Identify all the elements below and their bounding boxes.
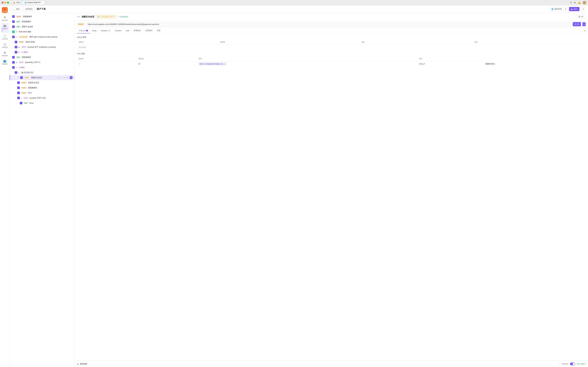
- minimize-button[interactable]: [4, 2, 6, 4]
- step-checkbox[interactable]: ✓: [17, 92, 20, 94]
- run-button[interactable]: ▶ 运行: [569, 7, 579, 11]
- step-checkbox[interactable]: ✓: [17, 81, 20, 84]
- tab-pre-action[interactable]: 前置操作: [132, 28, 143, 33]
- url-input[interactable]: [86, 22, 571, 26]
- step-item[interactable]: ✓ GET 获取产品变体: [10, 24, 75, 29]
- step-item[interactable]: ✓ POST 更新购物车: [10, 85, 75, 90]
- step-checkbox[interactable]: ✓: [15, 46, 17, 48]
- sidebar-item-project-settings[interactable]: ⚙ 项目设置: [1, 50, 9, 58]
- add-param-row[interactable]: 添加参数: [77, 45, 586, 50]
- user-avatar[interactable]: [583, 1, 586, 5]
- close-button[interactable]: [2, 2, 4, 4]
- if-badge: ⟨/⟩ If: [23, 97, 28, 99]
- save-all-button[interactable]: 全部保存: [23, 7, 35, 11]
- type-chevron-icon: ▾: [424, 63, 425, 65]
- sidebar-item-automation[interactable]: 🤖 自动化测试: [1, 23, 9, 33]
- sidebar-item-history[interactable]: 🕐 请求历史: [1, 42, 9, 50]
- expand-icon[interactable]: ▾: [21, 97, 22, 99]
- tab-body[interactable]: Body: [90, 28, 98, 33]
- expand-icon[interactable]: ▾: [18, 71, 19, 74]
- titlebar: 🏠 主窗口 🌐 Medusa 商城 API ✕ ↺ ⚙ 🔔: [0, 0, 588, 5]
- send-button[interactable]: 发 送: [573, 22, 581, 26]
- step-item[interactable]: ✓ ⏱ 等待 5000 毫秒: [10, 29, 75, 34]
- sidebar-item-docs[interactable]: 📄 分享文档: [1, 33, 9, 41]
- step-item[interactable]: ✓ ▾ ⟨/⟩ If {{code}} 不等于 200: [10, 95, 75, 100]
- step-item[interactable]: ✓ GET 获取购物车: [10, 19, 75, 24]
- ellipsis-button[interactable]: ···: [558, 363, 560, 365]
- step-item[interactable]: ✓ POST 支付: [10, 90, 75, 95]
- response-expand-icon[interactable]: ▲: [77, 363, 79, 365]
- active-step-item[interactable]: ⠿ ✓ POST 创建支付会话 #10 ⎘ ⊘ 🗑 +: [10, 75, 75, 80]
- step-checkbox[interactable]: ✓: [15, 51, 17, 53]
- tab-close-icon[interactable]: ✕: [42, 2, 43, 3]
- linked-doc-badge[interactable]: 🔗 已关联"接口文档" ▾: [96, 15, 116, 18]
- path-col-desc: 说明: [417, 56, 484, 61]
- step-checkbox[interactable]: ✓: [17, 97, 20, 99]
- copy-icon[interactable]: ⎘: [62, 76, 63, 79]
- send-dropdown-button[interactable]: ▾: [582, 22, 586, 26]
- step-checkbox[interactable]: ✓: [20, 102, 22, 104]
- step-item[interactable]: ✓ GET 获取购物车: [10, 55, 75, 60]
- tab-auth[interactable]: Auth: [124, 28, 131, 33]
- step-checkbox[interactable]: ✓: [12, 56, 15, 58]
- code-view-icon[interactable]: ⟨/⟩: [584, 30, 586, 32]
- step-checkbox[interactable]: ✓: [12, 15, 15, 18]
- path-col-name: 参数名: [77, 56, 137, 61]
- step-item[interactable]: ✓ GET Error: [10, 100, 75, 106]
- step-number: #10: [58, 77, 60, 78]
- api-tab[interactable]: 🌐 Medusa 商城 API ✕: [23, 0, 44, 5]
- step-checkbox[interactable]: ✓: [20, 76, 23, 79]
- path-param-type[interactable]: string ▾: [419, 63, 482, 65]
- add-step-button[interactable]: +: [69, 76, 73, 79]
- sidebar-item-api-management[interactable]: ⚙ 接口管理: [1, 15, 9, 23]
- query-col-value: 参数值: [218, 40, 360, 45]
- step-item[interactable]: ✓ ▾ ↩ Else: [10, 65, 75, 70]
- step-item[interactable]: ✓ ▾ ↺ ForEach 循环 {{$.5.response.body.var…: [10, 34, 75, 39]
- expand-icon[interactable]: ▶: [18, 51, 20, 53]
- cancel-icon[interactable]: ⊘: [64, 76, 66, 79]
- back-button[interactable]: ← 退出: [12, 7, 22, 11]
- save-all-label: 全部保存: [25, 8, 33, 10]
- home-tab[interactable]: 🏠 主窗口: [12, 0, 22, 5]
- drag-handle[interactable]: ⠿: [18, 77, 19, 79]
- step-item[interactable]: ✓ POST 创建购物车: [10, 14, 75, 19]
- step-item[interactable]: ✓ POST 选择支付会话: [10, 80, 75, 85]
- tab-settings[interactable]: 设置: [155, 28, 163, 33]
- step-checkbox[interactable]: ✓: [15, 71, 17, 74]
- step-checkbox[interactable]: ✓: [12, 61, 15, 64]
- step-item[interactable]: ✓ ▶ ↩ Else: [10, 50, 75, 55]
- tab-params[interactable]: Params 1: [77, 28, 90, 33]
- path-param-value[interactable]: {{$.3.response.body.ca...: [199, 62, 226, 65]
- delete-icon[interactable]: 🗑: [66, 76, 68, 79]
- tab-post-action[interactable]: 后置操作: [143, 28, 155, 33]
- sidebar-item-invite[interactable]: 👥 邀请成员: [1, 58, 9, 66]
- param-checkbox[interactable]: ✓: [79, 63, 80, 65]
- expand-icon[interactable]: ▾: [16, 66, 17, 68]
- expand-icon[interactable]: ▶: [18, 46, 20, 48]
- step-label: 更新购物车: [28, 86, 37, 89]
- environment-selector[interactable]: 🌐 测试环境 ▾: [550, 7, 568, 11]
- step-checkbox[interactable]: ✓: [12, 66, 15, 69]
- expand-icon[interactable]: ▶: [16, 61, 17, 64]
- step-item[interactable]: ✓ ▶ ⟨/⟩ If {{quantity }} 等于 0: [10, 60, 75, 65]
- settings-icon[interactable]: ⚙: [574, 1, 576, 4]
- bell-icon[interactable]: 🔔: [578, 1, 581, 4]
- step-item[interactable]: ✓ ▾ ▦ 支付相关 (5): [10, 70, 75, 75]
- step-item[interactable]: ✓ POST 添加订单项: [10, 39, 75, 44]
- step-checkbox[interactable]: ✓: [17, 86, 20, 89]
- refresh-icon[interactable]: ↺: [570, 1, 572, 4]
- maximize-button[interactable]: [7, 2, 9, 4]
- step-checkbox[interactable]: ✓: [12, 20, 15, 23]
- step-checkbox[interactable]: ✓: [12, 31, 15, 33]
- step-checkbox[interactable]: ✓: [12, 36, 15, 38]
- tab-headers[interactable]: Headers 7: [99, 28, 112, 33]
- tab-cookies[interactable]: Cookies: [113, 28, 123, 33]
- more-options-button[interactable]: ⋮: [581, 7, 586, 11]
- step-checkbox[interactable]: ✓: [12, 25, 15, 28]
- save-button[interactable]: 保 存: [576, 15, 586, 19]
- response-bar[interactable]: ▲ 返回响应 ··· 校验响应 正常 (200) ▾: [75, 361, 588, 367]
- expand-icon[interactable]: ▾: [16, 36, 17, 38]
- validate-toggle[interactable]: [570, 362, 575, 365]
- step-checkbox[interactable]: ✓: [15, 41, 17, 43]
- step-item[interactable]: ✓ ▶ ⟨/⟩ If {{code}} 等于 insufficient_inve…: [10, 44, 75, 50]
